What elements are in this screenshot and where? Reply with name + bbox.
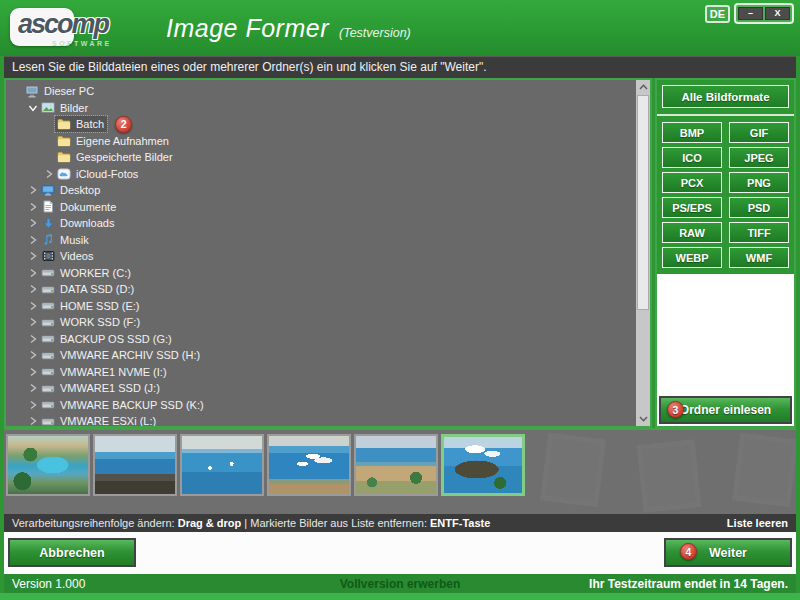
- thumbnail-strip: [4, 428, 796, 514]
- format-button-psd[interactable]: PSD: [729, 197, 789, 218]
- computer-icon: [24, 85, 40, 98]
- tree-item-vmware1-ssd-j[interactable]: VMWARE1 SSD (J:): [8, 380, 650, 397]
- folder-icon: [56, 135, 72, 147]
- app-window: ascomp SOFTWARE Image Former (Testversio…: [0, 0, 800, 600]
- buy-full-version-link[interactable]: Vollversion erwerben: [271, 577, 530, 591]
- format-button-ps-eps[interactable]: PS/EPS: [662, 197, 722, 218]
- expander-closed-icon[interactable]: [26, 268, 39, 278]
- tree-item-desktop[interactable]: Desktop: [8, 182, 650, 199]
- read-folder-button[interactable]: 3 Ordner einlesen: [659, 396, 792, 424]
- expander-open-icon[interactable]: [26, 103, 39, 113]
- tree-item-worker-c[interactable]: WORKER (C:): [8, 265, 650, 282]
- clear-list-button[interactable]: Liste leeren: [727, 517, 788, 529]
- drive-icon: [40, 267, 56, 278]
- downloads-icon: [40, 217, 56, 230]
- tree-item-vmware-esxi-l[interactable]: VMWARE ESXi (L:): [8, 413, 650, 428]
- tree-item-work-ssd-f[interactable]: WORK SSD (F:): [8, 314, 650, 331]
- logo-brand-subtext: SOFTWARE: [52, 40, 112, 47]
- tree-item-videos[interactable]: Videos: [8, 248, 650, 265]
- thumbnail-3[interactable]: [180, 434, 264, 496]
- expander-closed-icon[interactable]: [26, 251, 39, 261]
- tree-item-dokumente[interactable]: Dokumente: [8, 199, 650, 216]
- tree-item-icloud-fotos[interactable]: iCloud-Fotos: [8, 166, 650, 183]
- tree-item-vmware1-nvme-i[interactable]: VMWARE1 NVME (I:): [8, 364, 650, 381]
- tree-row-body: VMWARE BACKUP SSD (K:): [39, 397, 207, 413]
- expander-closed-icon[interactable]: [26, 301, 39, 311]
- expander-closed-icon[interactable]: [26, 383, 39, 393]
- drive-icon: [40, 284, 56, 295]
- tree-row-body: HOME SSD (E:): [39, 298, 142, 314]
- desktop-icon: [40, 184, 56, 196]
- expander-closed-icon[interactable]: [26, 350, 39, 360]
- tree-item-batch[interactable]: Batch2: [8, 116, 650, 133]
- format-button-webp[interactable]: WEBP: [662, 247, 722, 268]
- ghost-thumbnails: [544, 436, 796, 510]
- thumbnail-1[interactable]: [6, 434, 90, 496]
- format-button-png[interactable]: PNG: [729, 172, 789, 193]
- scrollbar-up-icon[interactable]: [636, 80, 650, 94]
- title-bar: ascomp SOFTWARE Image Former (Testversio…: [0, 0, 800, 56]
- format-button-tiff[interactable]: TIFF: [729, 222, 789, 243]
- expander-closed-icon[interactable]: [26, 284, 39, 294]
- expander-spacer: [42, 136, 55, 146]
- format-button-raw[interactable]: RAW: [662, 222, 722, 243]
- tree-row-body: VMWARE1 SSD (J:): [39, 380, 163, 396]
- tree-scrollbar[interactable]: [636, 80, 650, 426]
- close-button[interactable]: X: [765, 7, 790, 20]
- instruction-bar: Lesen Sie die Bilddateien eines oder meh…: [4, 56, 796, 78]
- tree-item-data-ssd-d[interactable]: DATA SSD (D:): [8, 281, 650, 298]
- tree-item-label: WORKER (C:): [60, 267, 131, 279]
- ascomp-logo: ascomp SOFTWARE: [10, 6, 160, 50]
- format-button-ico[interactable]: ICO: [662, 147, 722, 168]
- thumbnail-2[interactable]: [93, 434, 177, 496]
- tree-row-body: Dieser PC: [23, 83, 97, 99]
- tree-item-musik[interactable]: Musik: [8, 232, 650, 249]
- tree-item-backup-os-ssd-g[interactable]: BACKUP OS SSD (G:): [8, 331, 650, 348]
- expander-closed-icon[interactable]: [26, 185, 39, 195]
- drive-icon: [40, 350, 56, 361]
- tree-item-label: Desktop: [60, 184, 100, 196]
- cancel-button[interactable]: Abbrechen: [8, 538, 136, 567]
- thumbnail-4[interactable]: [267, 434, 351, 496]
- tree-item-eigene-aufnahmen[interactable]: Eigene Aufnahmen: [8, 133, 650, 150]
- music-icon: [40, 233, 56, 246]
- language-button[interactable]: DE: [705, 5, 730, 23]
- format-button-bmp[interactable]: BMP: [662, 122, 722, 143]
- drive-icon: [40, 366, 56, 377]
- expander-closed-icon[interactable]: [26, 334, 39, 344]
- scrollbar-thumb[interactable]: [637, 95, 649, 310]
- format-grid: BMPGIFICOJPEGPCXPNGPS/EPSPSDRAWTIFFWEBPW…: [662, 122, 789, 268]
- format-button-wmf[interactable]: WMF: [729, 247, 789, 268]
- tree-row-body: VMWARE ARCHIV SSD (H:): [39, 347, 203, 363]
- all-formats-button[interactable]: Alle Bildformate: [662, 85, 789, 108]
- expander-closed-icon[interactable]: [26, 367, 39, 377]
- next-button[interactable]: 4 Weiter: [664, 538, 792, 567]
- tree-row-body: DATA SSD (D:): [39, 281, 137, 297]
- tree-item-bilder[interactable]: Bilder: [8, 100, 650, 117]
- minimize-button[interactable]: –: [738, 7, 763, 20]
- logo-brand-text: ascomp: [18, 9, 108, 40]
- expander-closed-icon[interactable]: [26, 235, 39, 245]
- expander-closed-icon[interactable]: [42, 169, 55, 179]
- thumbnail-6-selected[interactable]: [441, 434, 525, 496]
- icloud-icon: [56, 168, 72, 180]
- tree-item-vmware-backup-ssd-k[interactable]: VMWARE BACKUP SSD (K:): [8, 397, 650, 414]
- format-button-gif[interactable]: GIF: [729, 122, 789, 143]
- tree-item-downloads[interactable]: Downloads: [8, 215, 650, 232]
- tree-row-body: VMWARE1 NVME (I:): [39, 364, 170, 380]
- thumbnail-5[interactable]: [354, 434, 438, 496]
- expander-closed-icon[interactable]: [26, 218, 39, 228]
- expander-closed-icon[interactable]: [26, 400, 39, 410]
- tree-row-body: BACKUP OS SSD (G:): [39, 331, 175, 347]
- expander-closed-icon[interactable]: [26, 317, 39, 327]
- format-button-jpeg[interactable]: JPEG: [729, 147, 789, 168]
- tree-item-dieser-pc[interactable]: Dieser PC: [8, 83, 650, 100]
- tree-item-gespeicherte-bilder[interactable]: Gespeicherte Bilder: [8, 149, 650, 166]
- step-2-badge: 2: [115, 116, 132, 133]
- scrollbar-down-icon[interactable]: [636, 412, 650, 426]
- expander-closed-icon[interactable]: [26, 202, 39, 212]
- tree-item-vmware-archiv-ssd-h[interactable]: VMWARE ARCHIV SSD (H:): [8, 347, 650, 364]
- format-button-pcx[interactable]: PCX: [662, 172, 722, 193]
- tree-item-home-ssd-e[interactable]: HOME SSD (E:): [8, 298, 650, 315]
- expander-closed-icon[interactable]: [26, 416, 39, 426]
